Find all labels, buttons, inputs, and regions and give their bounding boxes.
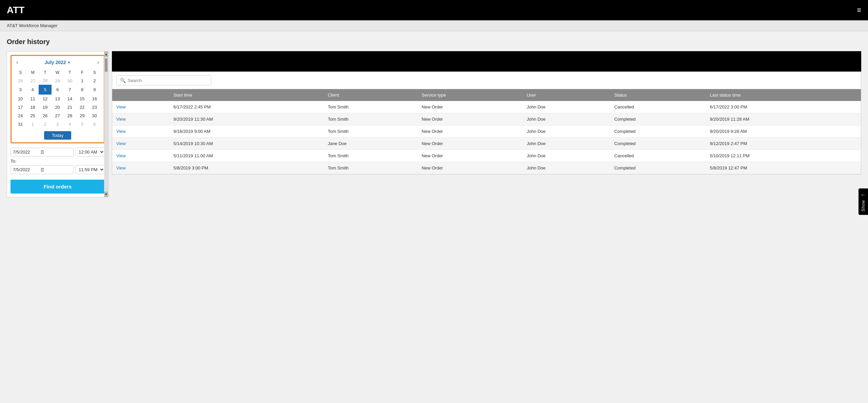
calendar-day-cell[interactable]: 3 (14, 85, 26, 94)
calendar-day-cell[interactable]: 22 (76, 103, 88, 112)
calendar-week-row: 31123456 (14, 120, 101, 128)
calendar-day-cell[interactable]: 30 (64, 76, 76, 85)
calendar-day-cell[interactable]: 9 (88, 85, 101, 94)
main-content: Order history ‹ July 2022 ▼ › SMTWTFS (0, 31, 868, 204)
calendar-day-header: F (76, 69, 88, 76)
table-cell: 5/11/2019 11:00 AM (169, 150, 323, 162)
table-cell: New Order (418, 101, 523, 113)
calendar-day-cell[interactable]: 12 (39, 94, 51, 103)
table-cell: New Order (418, 138, 523, 150)
calendar-day-cell[interactable]: 11 (26, 94, 39, 103)
table-cell: 9/18/2019 9:00 AM (169, 125, 323, 138)
to-date-calendar-icon[interactable]: 🗓 (40, 167, 45, 173)
calendar-day-cell[interactable]: 4 (26, 85, 39, 94)
to-time-select[interactable]: 11:59 PM 11:30 PM 11:00 PM (76, 165, 105, 174)
calendar-day-cell[interactable]: 16 (88, 94, 101, 103)
calendar-day-cell[interactable]: 2 (39, 120, 51, 128)
right-area: 🔍 Start timeClientService typeUserStatus… (108, 51, 861, 175)
calendar-day-cell[interactable]: 28 (64, 112, 76, 120)
view-link[interactable]: View (112, 125, 169, 138)
search-icon: 🔍 (120, 78, 126, 83)
calendar-day-cell[interactable]: 26 (39, 112, 51, 120)
app-logo: ATT (7, 5, 24, 16)
from-date-field[interactable] (13, 149, 40, 155)
calendar-day-cell[interactable]: 30 (88, 112, 101, 120)
table-cell: 6/17/2022 3:00 PM (706, 101, 861, 113)
table-cell: Completed (610, 162, 706, 174)
calendar-day-cell[interactable]: 27 (26, 76, 39, 85)
calendar-day-cell[interactable]: 8 (76, 85, 88, 94)
calendar-day-cell[interactable]: 6 (88, 120, 101, 128)
calendar-day-header: W (51, 69, 63, 76)
scroll-down-btn[interactable]: ▼ (104, 192, 108, 197)
black-bar (112, 51, 861, 72)
calendar-day-cell[interactable]: 14 (64, 94, 76, 103)
show-panel-label: Show (861, 200, 866, 204)
to-date-input[interactable]: 🗓 (11, 165, 74, 174)
calendar-day-cell[interactable]: 31 (14, 120, 26, 128)
table-cell: New Order (418, 150, 523, 162)
calendar-day-cell[interactable]: 20 (51, 103, 63, 112)
from-date-calendar-icon[interactable]: 🗓 (40, 149, 45, 155)
table-cell: 5/8/2019 3:00 PM (169, 162, 323, 174)
calendar-day-cell[interactable]: 1 (26, 120, 39, 128)
calendar-day-cell[interactable]: 13 (51, 94, 63, 103)
calendar-next-btn[interactable]: › (95, 59, 101, 66)
from-time-select[interactable]: 12:00 AM 12:30 AM 1:00 AM (76, 147, 105, 157)
calendar-day-cell[interactable]: 18 (26, 103, 39, 112)
find-orders-button[interactable]: Find orders (11, 180, 105, 194)
calendar-month-label[interactable]: July 2022 ▼ (45, 60, 71, 65)
calendar-day-cell[interactable]: 1 (76, 76, 88, 85)
from-date-input[interactable]: 🗓 (11, 148, 74, 157)
calendar-day-header: T (39, 69, 51, 76)
calendar-day-cell[interactable]: 5 (39, 85, 51, 94)
calendar-day-cell[interactable]: 15 (76, 94, 88, 103)
table-cell: 9/12/2019 2:47 PM (706, 138, 861, 150)
table-cell: 5/10/2019 12:11 PM (706, 150, 861, 162)
calendar-day-cell[interactable]: 4 (64, 120, 76, 128)
table-row: View5/8/2019 3:00 PMTom SmithNew OrderJo… (112, 162, 861, 174)
calendar-day-cell[interactable]: 26 (14, 76, 26, 85)
table-cell: 9/20/2019 11:30 AM (169, 113, 323, 125)
calendar-day-cell[interactable]: 24 (14, 112, 26, 120)
table-cell: Tom Smith (324, 125, 418, 138)
table-cell: 5/14/2019 10:30 AM (169, 138, 323, 150)
view-link[interactable]: View (112, 138, 169, 150)
view-link[interactable]: View (112, 162, 169, 174)
calendar-day-cell[interactable]: 27 (51, 112, 63, 120)
to-date-field[interactable] (13, 167, 40, 172)
calendar-day-cell[interactable]: 19 (39, 103, 51, 112)
show-panel[interactable]: ← Show (859, 188, 868, 204)
scroll-up-btn[interactable]: ▲ (104, 52, 108, 57)
calendar-day-cell[interactable]: 29 (51, 76, 63, 85)
table-body: View6/17/2022 2:45 PMTom SmithNew OrderJ… (112, 101, 861, 174)
calendar-day-cell[interactable]: 3 (51, 120, 63, 128)
calendar-day-cell[interactable]: 23 (88, 103, 101, 112)
today-button[interactable]: Today (44, 131, 71, 140)
calendar-prev-btn[interactable]: ‹ (14, 59, 20, 66)
calendar-header: ‹ July 2022 ▼ › (14, 59, 101, 66)
calendar-week-row: 24252627282930 (14, 112, 101, 120)
calendar-day-cell[interactable]: 10 (14, 94, 26, 103)
view-link[interactable]: View (112, 101, 169, 113)
view-link[interactable]: View (112, 150, 169, 162)
search-input[interactable] (128, 78, 208, 83)
table-cell: Jane Doe (324, 138, 418, 150)
calendar-day-cell[interactable]: 6 (51, 85, 63, 94)
calendar-grid: SMTWTFS 26272829301234567891011121314151… (14, 69, 101, 128)
menu-icon[interactable]: ≡ (857, 6, 861, 15)
calendar-week-row: 10111213141516 (14, 94, 101, 103)
subheader: AT&T Workforce Manager (0, 20, 868, 31)
calendar-day-cell[interactable]: 25 (26, 112, 39, 120)
calendar-day-cell[interactable]: 28 (39, 76, 51, 85)
calendar-day-cell[interactable]: 29 (76, 112, 88, 120)
calendar-day-cell[interactable]: 2 (88, 76, 101, 85)
table-cell: New Order (418, 113, 523, 125)
calendar-day-cell[interactable]: 5 (76, 120, 88, 128)
calendar-day-cell[interactable]: 21 (64, 103, 76, 112)
calendar-day-cell[interactable]: 7 (64, 85, 76, 94)
view-link[interactable]: View (112, 113, 169, 125)
calendar-body: 2627282930123456789101112131415161718192… (14, 76, 101, 128)
filter-scroll: ▲ ▼ (104, 52, 108, 197)
calendar-day-cell[interactable]: 17 (14, 103, 26, 112)
